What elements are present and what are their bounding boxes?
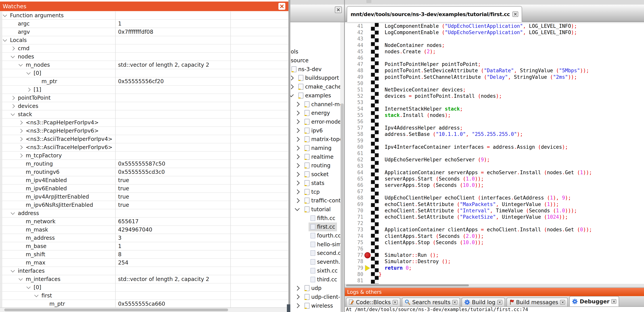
- chevron-down-icon[interactable]: [11, 54, 15, 58]
- chevron-right-icon[interactable]: [290, 84, 294, 89]
- tree-item-selected[interactable]: first.cc: [308, 222, 337, 231]
- chevron-right-icon[interactable]: [295, 189, 300, 194]
- chevron-right-icon[interactable]: [295, 119, 300, 124]
- editor-hscrollbar[interactable]: [345, 284, 644, 287]
- watch-row[interactable]: m_ipv4Enabledtrue: [0, 176, 288, 184]
- line-number[interactable]: 65: [345, 176, 363, 182]
- line-number[interactable]: 68: [345, 195, 363, 201]
- tree-item-ols[interactable]: ols: [290, 47, 344, 56]
- watch-row[interactable]: m_ipv4ArpJitterEnabledtrue: [0, 193, 288, 201]
- watch-row[interactable]: m_tcpFactory: [0, 152, 288, 160]
- chevron-right-icon[interactable]: [295, 172, 300, 177]
- line-number[interactable]: 67: [345, 188, 363, 195]
- chevron-right-icon[interactable]: [18, 129, 23, 133]
- line-number[interactable]: 52: [345, 93, 363, 99]
- tree-item-content[interactable]: channel-mod: [304, 100, 344, 109]
- chevron-down-icon[interactable]: [11, 268, 15, 272]
- tree-item-content[interactable]: buildsupport: [298, 74, 339, 82]
- tree-item-content[interactable]: socket: [304, 170, 329, 179]
- tree-item-tutorial[interactable]: tutorial: [290, 205, 344, 214]
- tree-item-content[interactable]: sixth.cc: [310, 266, 338, 275]
- chevron-right-icon[interactable]: [18, 137, 23, 141]
- watch-row[interactable]: m_base1: [0, 242, 288, 251]
- tree-item-tcp[interactable]: tcp: [290, 187, 344, 196]
- watch-row[interactable]: [0]: [0, 284, 288, 292]
- line-number[interactable]: 42: [345, 29, 363, 36]
- line-number[interactable]: 78: [345, 258, 363, 265]
- tree-item-content[interactable]: third.cc: [310, 275, 337, 284]
- watch-row[interactable]: Locals: [0, 36, 288, 44]
- tree-item-ipv6[interactable]: ipv6: [290, 126, 344, 135]
- tree-item-content[interactable]: stats: [304, 179, 324, 188]
- line-number[interactable]: 71: [345, 214, 363, 220]
- tree-item-second-cc[interactable]: second.cc: [290, 249, 344, 258]
- tree-item-content[interactable]: naming: [304, 144, 332, 153]
- tree-item-content[interactable]: error-model: [304, 118, 342, 126]
- watch-row[interactable]: <ns3::PcapHelperForIpv4>: [0, 119, 288, 127]
- watch-row[interactable]: cmd: [0, 44, 288, 53]
- watch-row[interactable]: m_interfacesstd::vector of length 2, cap…: [0, 275, 288, 284]
- tree-item-channel-mod[interactable]: channel-mod: [290, 100, 344, 109]
- tree-item-naming[interactable]: naming: [290, 144, 344, 153]
- chevron-right-icon[interactable]: [295, 102, 300, 107]
- logs-tab-code-blocks[interactable]: Code::Blocks: [346, 298, 400, 307]
- watch-row[interactable]: m_ipv6NsRsJitterEnabledtrue: [0, 201, 288, 209]
- close-icon[interactable]: [335, 6, 342, 13]
- watch-row[interactable]: <ns3::AsciiTraceHelperForIpv6>: [0, 143, 288, 152]
- tree-item-cmake-cache[interactable]: cmake_cache: [290, 82, 344, 91]
- line-number[interactable]: 51: [345, 87, 363, 93]
- tree-vscrollbar-thumb[interactable]: [340, 104, 344, 312]
- logs-tab-search-results[interactable]: Search results: [402, 298, 460, 307]
- chevron-right-icon[interactable]: [295, 295, 300, 299]
- chevron-down-icon[interactable]: [11, 112, 15, 116]
- panel-divider[interactable]: [288, 0, 290, 312]
- line-number[interactable]: 74: [345, 233, 363, 239]
- watch-row[interactable]: m_address3: [0, 234, 288, 242]
- close-icon[interactable]: [452, 300, 457, 305]
- line-number[interactable]: 60: [345, 144, 363, 150]
- chevron-right-icon[interactable]: [11, 46, 15, 50]
- tree-item-third-cc[interactable]: third.cc: [290, 275, 344, 284]
- chevron-right-icon[interactable]: [295, 303, 300, 308]
- watches-hscrollbar-thumb[interactable]: [4, 309, 228, 311]
- chevron-down-icon[interactable]: [26, 71, 30, 75]
- line-number[interactable]: 43: [345, 36, 363, 42]
- tree-item-content[interactable]: source: [291, 56, 308, 65]
- tree-item-routing[interactable]: routing: [290, 161, 344, 170]
- line-number[interactable]: 66: [345, 182, 363, 188]
- watch-row[interactable]: m_nodesstd::vector of length 2, capacity…: [0, 61, 288, 69]
- watch-row[interactable]: m_shift8: [0, 251, 288, 259]
- line-number[interactable]: 50: [345, 80, 363, 87]
- logs-tab-build-log[interactable]: Build log: [462, 298, 505, 307]
- tree-item-error-model[interactable]: error-model: [290, 118, 344, 126]
- line-number[interactable]: 76: [345, 246, 363, 252]
- tree-item-traffic-contro[interactable]: traffic-contro: [290, 196, 344, 205]
- close-icon[interactable]: [497, 300, 502, 305]
- line-number[interactable]: 73: [345, 227, 363, 233]
- tree-item-ns-3-dev[interactable]: ns-3-dev: [290, 65, 344, 74]
- watch-row[interactable]: m_routingv60x5555555cd3c0: [0, 168, 288, 176]
- chevron-right-icon[interactable]: [18, 121, 23, 125]
- breakpoint-icon[interactable]: [364, 252, 370, 258]
- line-number[interactable]: 59: [345, 138, 363, 144]
- watch-row[interactable]: <ns3::PcapHelperForIpv6>: [0, 127, 288, 135]
- line-number[interactable]: 49: [345, 74, 363, 80]
- watch-row[interactable]: pointToPoint: [0, 94, 288, 102]
- tree-item-content[interactable]: hello-simul: [310, 240, 344, 249]
- watch-row[interactable]: m_max254: [0, 259, 288, 267]
- chevron-right-icon[interactable]: [295, 198, 300, 203]
- line-number[interactable]: 58: [345, 131, 363, 138]
- chevron-right-icon[interactable]: [26, 88, 30, 92]
- tree-item-matrix-topol[interactable]: matrix-topol: [290, 135, 344, 144]
- tree-item-sixth-cc[interactable]: sixth.cc: [290, 266, 344, 275]
- tree-item-seventh-cc[interactable]: seventh.cc: [290, 258, 344, 266]
- watch-row[interactable]: [1]: [0, 86, 288, 94]
- watch-row[interactable]: m_network655617: [0, 217, 288, 226]
- logs-tab-build-messages[interactable]: Build messages: [506, 298, 568, 307]
- chevron-right-icon[interactable]: [295, 146, 300, 151]
- watches-titlebar[interactable]: Watches: [0, 1, 288, 11]
- tree-item-buildsupport[interactable]: buildsupport: [290, 74, 344, 82]
- line-number[interactable]: 61: [345, 150, 363, 156]
- tree-item-first-cc[interactable]: first.cc: [290, 222, 344, 231]
- tree-item-energy[interactable]: energy: [290, 109, 344, 118]
